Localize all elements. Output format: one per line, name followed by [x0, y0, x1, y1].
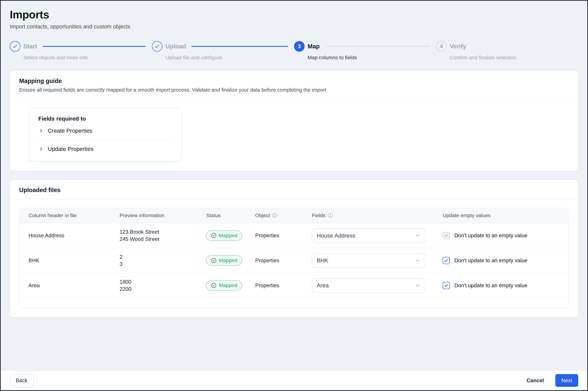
update-empty-checkbox[interactable] [443, 282, 450, 289]
chevron-down-icon [415, 283, 420, 288]
back-button[interactable]: Back [10, 374, 33, 387]
status-badge-label: Mapped [219, 258, 237, 263]
wizard-footer: Back Cancel Next [1, 371, 587, 390]
cell-fields: BHK [303, 253, 434, 268]
chevron-right-icon [38, 128, 44, 134]
chevron-right-icon [38, 146, 44, 152]
step-map-description: Map columns to fields [308, 55, 436, 61]
fields-item-label: Update Properties [48, 146, 93, 152]
cell-update-empty: Don't update to an empty value [434, 232, 569, 239]
table-header-row: Column header in file Preview informatio… [19, 208, 569, 223]
step-upload[interactable]: Upload Upload file and configure [152, 41, 294, 61]
mapping-guide-card: Mapping guide Ensure all required fields… [10, 70, 578, 171]
next-button[interactable]: Next [555, 374, 578, 387]
step-connector [42, 46, 146, 47]
preview-line: 2200 [120, 286, 197, 293]
step-verify-number: 4 [436, 41, 447, 52]
fields-item-update-properties[interactable]: Update Properties [38, 140, 172, 158]
table-footer-space [19, 298, 569, 308]
mapping-guide-description: Ensure all required fields are correctly… [19, 87, 569, 93]
page-header: Imports Import contacts, opportunities a… [10, 8, 578, 30]
step-map[interactable]: 3 Map Map columns to fields [294, 41, 436, 61]
fields-select-value: Area [317, 282, 329, 289]
page-subtitle: Import contacts, opportunities and custo… [10, 23, 578, 30]
status-badge-label: Mapped [219, 233, 237, 239]
chevron-down-icon [415, 233, 420, 238]
col-header-column-header: Column header in file [19, 212, 110, 218]
col-header-status: Status [197, 212, 246, 218]
import-stepper: Start Select objects and more info Uploa… [10, 41, 578, 61]
table-row: BHK 2 3 Mapped Properties [19, 248, 569, 273]
preview-line: 1800 [120, 278, 197, 286]
cell-update-empty: Don't update to an empty value [434, 282, 569, 289]
check-circle-icon [211, 233, 217, 238]
col-header-update-empty: Update empty values [434, 212, 569, 218]
cell-status: Mapped [197, 280, 246, 291]
update-empty-label: Don't update to an empty value [454, 233, 527, 239]
cell-column-header: BHK [19, 258, 110, 264]
col-header-fields-label: Fields [312, 212, 326, 218]
cell-object: Properties [246, 233, 303, 239]
info-icon[interactable]: ⓘ [272, 212, 277, 219]
fields-item-label: Create Properties [48, 127, 92, 134]
imports-window: Imports Import contacts, opportunities a… [0, 0, 588, 391]
update-empty-label: Don't update to an empty value [454, 258, 527, 264]
cell-object: Properties [246, 258, 303, 264]
status-badge: Mapped [206, 255, 242, 266]
cell-status: Mapped [197, 230, 246, 241]
cell-update-empty: Don't update to an empty value [434, 257, 569, 264]
cell-preview: 2 3 [110, 253, 197, 268]
step-verify-description: Confirm and finalize selection [450, 55, 578, 61]
fields-required-title: Fields required to [38, 115, 172, 122]
uploaded-files-card: Uploaded files Column header in file Pre… [10, 180, 578, 317]
uploaded-files-header: Uploaded files [10, 180, 578, 199]
step-verify-label: Verify [450, 43, 466, 50]
col-header-object-label: Object [255, 212, 270, 218]
col-header-object: Object ⓘ [246, 212, 303, 219]
mapping-guide-title: Mapping guide [19, 78, 569, 84]
status-badge: Mapped [206, 230, 242, 241]
mapping-table: Column header in file Preview informatio… [19, 208, 569, 308]
fields-select[interactable]: House Address [312, 228, 425, 243]
mapping-guide-body: Fields required to Create Properties Upd… [10, 99, 578, 171]
step-upload-check-icon [152, 41, 163, 52]
mapping-guide-header: Mapping guide Ensure all required fields… [10, 71, 578, 99]
status-badge-label: Mapped [219, 283, 237, 288]
cell-column-header: House Address [19, 233, 110, 239]
step-verify[interactable]: 4 Verify Confirm and finalize selection [436, 41, 578, 61]
fields-select[interactable]: BHK [312, 253, 425, 268]
footer-actions: Cancel Next [525, 374, 578, 387]
page-content: Imports Import contacts, opportunities a… [1, 1, 587, 371]
step-start-check-icon [10, 41, 20, 52]
update-empty-checkbox[interactable] [443, 257, 450, 264]
step-start-label: Start [23, 43, 37, 50]
update-empty-checkbox [443, 232, 450, 239]
check-circle-icon [211, 258, 217, 263]
cell-fields: House Address [303, 228, 434, 243]
cell-preview: 1800 2200 [110, 278, 197, 293]
step-map-number: 3 [294, 41, 305, 52]
status-badge: Mapped [206, 280, 242, 291]
cell-object: Properties [246, 283, 303, 289]
step-map-label: Map [308, 43, 320, 50]
table-row: House Address 123 Brook Street 245 Wood … [19, 223, 569, 248]
fields-item-create-properties[interactable]: Create Properties [38, 122, 172, 140]
fields-select[interactable]: Area [312, 278, 425, 293]
cancel-button[interactable]: Cancel [525, 375, 545, 387]
preview-line: 2 [120, 253, 197, 261]
fields-select-value: House Address [317, 232, 355, 239]
info-icon[interactable]: ⓘ [328, 212, 333, 219]
step-start[interactable]: Start Select objects and more info [10, 41, 152, 61]
step-upload-description: Upload file and configure [166, 55, 294, 61]
cell-fields: Area [303, 278, 434, 293]
table-row: Area 1800 2200 Mapped Properties [19, 273, 569, 298]
step-connector [191, 46, 288, 47]
preview-line: 123 Brook Street [120, 228, 197, 236]
preview-line: 245 Wood Street [120, 236, 197, 243]
col-header-fields: Fields ⓘ [303, 212, 434, 219]
cell-status: Mapped [197, 255, 246, 266]
fields-required-card: Fields required to Create Properties Upd… [29, 107, 182, 161]
fields-select-value: BHK [317, 257, 328, 264]
check-circle-icon [211, 283, 217, 288]
page-title: Imports [10, 8, 578, 21]
